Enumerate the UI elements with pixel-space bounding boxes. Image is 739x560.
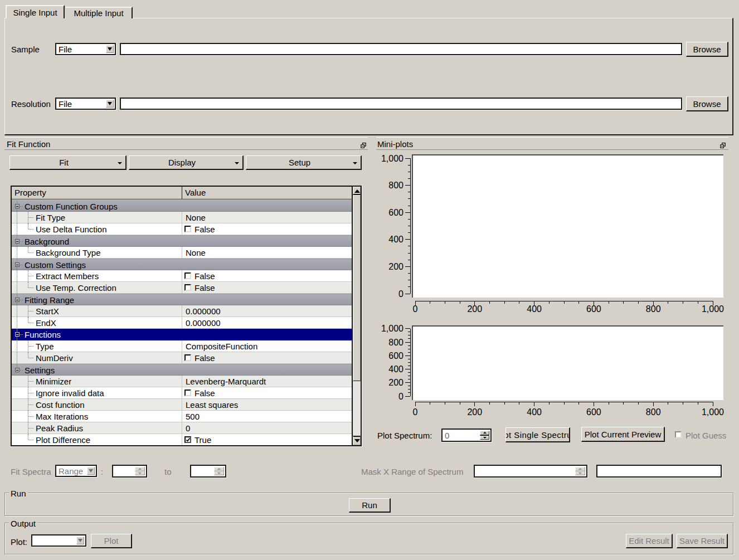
svg-text:200: 200: [467, 407, 482, 417]
svg-text:200: 200: [467, 304, 482, 314]
svg-text:0: 0: [413, 407, 418, 417]
svg-text:0: 0: [398, 289, 403, 299]
svg-text:1,000: 1,000: [702, 304, 724, 314]
svg-text:1,000: 1,000: [381, 324, 403, 333]
svg-text:400: 400: [388, 235, 403, 244]
svg-text:800: 800: [388, 338, 403, 347]
svg-text:400: 400: [527, 304, 542, 314]
svg-text:0: 0: [398, 392, 403, 401]
svg-text:0: 0: [413, 304, 418, 314]
svg-text:1,000: 1,000: [381, 154, 403, 163]
svg-text:800: 800: [388, 181, 403, 190]
svg-text:600: 600: [388, 208, 403, 217]
svg-text:600: 600: [586, 304, 601, 314]
svg-text:400: 400: [388, 364, 403, 374]
svg-text:600: 600: [388, 351, 403, 361]
svg-text:800: 800: [646, 407, 661, 417]
svg-text:1,000: 1,000: [702, 407, 724, 417]
svg-text:600: 600: [586, 407, 601, 417]
svg-text:400: 400: [527, 407, 542, 417]
svg-text:800: 800: [646, 304, 661, 314]
svg-text:200: 200: [388, 378, 403, 387]
svg-text:200: 200: [388, 262, 403, 271]
